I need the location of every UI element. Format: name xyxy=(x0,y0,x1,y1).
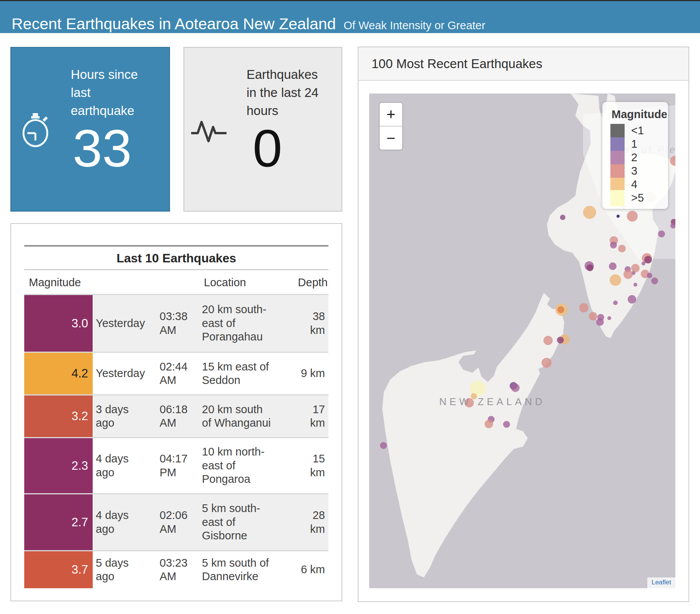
cell-date: Yesterday xyxy=(93,353,160,394)
legend-item: >5 xyxy=(610,191,668,205)
cell-depth: 17 km xyxy=(290,395,325,437)
quake-marker[interactable] xyxy=(610,242,617,249)
zoom-in-button[interactable]: + xyxy=(380,103,402,127)
cell-mag: 3.7 xyxy=(24,551,93,588)
cell-mag: 4.2 xyxy=(24,353,93,394)
quake-marker[interactable] xyxy=(380,442,387,449)
cell-depth: 9 km xyxy=(301,367,325,380)
quake-marker[interactable] xyxy=(557,306,564,313)
quake-marker[interactable] xyxy=(596,318,604,326)
legend-items: <11234>5 xyxy=(602,124,668,205)
quake-marker[interactable] xyxy=(587,264,593,271)
quake-marker[interactable] xyxy=(543,336,553,345)
cell-date: 3 days ago xyxy=(93,395,160,437)
quake-marker[interactable] xyxy=(631,264,640,272)
cell-time: 04:17 PM xyxy=(160,438,202,493)
cell-time: 04:17 PM xyxy=(160,452,197,479)
recent-earthquakes-map-panel: 100 Most Recent Earthquakes Bay of Plent… xyxy=(358,47,689,602)
quake-marker[interactable] xyxy=(609,262,617,270)
earthquake-row: 4.2Yesterday02:44 AM15 km east of Seddon… xyxy=(24,352,328,394)
legend-swatch xyxy=(610,164,625,178)
legend-swatch xyxy=(610,151,625,164)
quake-marker[interactable] xyxy=(503,421,510,428)
cell-depth: 6 km xyxy=(301,563,325,576)
quake-marker[interactable] xyxy=(542,358,552,368)
quake-marker[interactable] xyxy=(644,256,652,264)
legend-item: 4 xyxy=(610,178,668,191)
quake-marker[interactable] xyxy=(658,230,665,237)
quake-marker[interactable] xyxy=(579,303,588,312)
cell-time: 03:23 AM xyxy=(160,556,197,584)
page-subtitle: Of Weak Intensity or Greater xyxy=(343,19,485,32)
earthquake-row: 3.75 days ago03:23 AM5 km south of Danne… xyxy=(24,550,328,588)
cell-depth: 28 km xyxy=(290,494,325,550)
legend-item: <1 xyxy=(610,124,668,137)
legend-title: Magnitude xyxy=(612,108,668,121)
cell-loc: 5 km south of Dannevirke xyxy=(202,556,272,584)
legend-swatch xyxy=(610,137,625,151)
seismic-pulse-icon xyxy=(191,119,227,145)
magnitude-legend: Magnitude <11234>5 xyxy=(602,102,668,209)
quake-marker[interactable] xyxy=(560,215,565,220)
cell-depth: 17 km xyxy=(299,403,325,430)
leaflet-link[interactable]: Leaflet xyxy=(652,579,671,586)
cell-date: Yesterday xyxy=(96,367,145,380)
legend-label: 3 xyxy=(631,165,637,177)
quake-marker[interactable] xyxy=(651,277,658,284)
quake-marker[interactable] xyxy=(618,245,626,252)
table-header-row: Magnitude Location Depth xyxy=(24,270,328,294)
quake-marker[interactable] xyxy=(642,262,645,265)
last-24h-label: Earthquakes in the last 24 hours xyxy=(247,65,329,120)
map-attribution: Leaflet xyxy=(647,577,675,588)
table-title: Last 10 Earthquakes xyxy=(24,251,328,265)
earthquake-row: 3.0Yesterday03:38 AM20 km south-east of … xyxy=(24,294,328,352)
quake-marker[interactable] xyxy=(485,420,493,428)
quake-marker[interactable] xyxy=(511,384,520,392)
quake-marker[interactable] xyxy=(623,270,633,279)
cell-time: 03:38 AM xyxy=(160,295,202,352)
last-24h-value: 0 xyxy=(253,122,282,175)
cell-depth: 9 km xyxy=(290,353,325,394)
quake-marker[interactable] xyxy=(617,215,620,218)
cell-depth: 38 km xyxy=(290,295,325,352)
earthquake-dashboard: Recent Earthquakes in Aotearoa New Zeala… xyxy=(0,0,700,614)
cell-mag: 3.7 xyxy=(72,562,88,577)
cell-loc: 15 km east of Seddon xyxy=(202,360,272,387)
cell-time: 06:18 AM xyxy=(160,403,197,430)
cell-date: 4 days ago xyxy=(96,452,144,479)
quake-marker[interactable] xyxy=(628,295,636,304)
map-panel-title: 100 Most Recent Earthquakes xyxy=(372,57,542,71)
quake-marker[interactable] xyxy=(647,273,652,278)
quake-marker[interactable] xyxy=(610,274,621,286)
cell-time: 02:06 AM xyxy=(160,494,202,550)
cell-time: 02:06 AM xyxy=(160,509,197,536)
quake-marker[interactable] xyxy=(627,211,638,222)
cell-loc: 5 km south-east of Gisborne xyxy=(202,502,272,542)
cell-mag: 2.7 xyxy=(72,515,88,530)
cell-loc: 15 km east of Seddon xyxy=(202,353,290,394)
page-title: Recent Earthquakes in Aotearoa New Zeala… xyxy=(12,8,336,40)
cell-time: 06:18 AM xyxy=(160,395,202,437)
quake-marker[interactable] xyxy=(613,300,618,305)
quake-marker[interactable] xyxy=(557,337,564,344)
legend-label: 4 xyxy=(631,178,637,191)
quake-marker[interactable] xyxy=(633,283,637,287)
cell-date: 5 days ago xyxy=(96,556,144,584)
quake-marker[interactable] xyxy=(589,312,597,320)
cell-depth: 38 km xyxy=(299,310,325,337)
quake-marker[interactable] xyxy=(583,206,596,219)
app-header: Recent Earthquakes in Aotearoa New Zeala… xyxy=(0,1,700,33)
leaflet-map[interactable]: Bay of Plenty NEW ZEALAND + − Magnitude … xyxy=(369,93,675,588)
cell-loc: 20 km south of Whanganui xyxy=(202,395,290,437)
zoom-out-button[interactable]: − xyxy=(380,127,402,150)
legend-swatch xyxy=(610,190,625,206)
quake-marker[interactable] xyxy=(607,316,611,320)
earthquake-row: 2.34 days ago04:17 PM10 km north-east of… xyxy=(24,437,328,493)
cell-loc: 10 km north-east of Pongaroa xyxy=(202,445,272,486)
cell-time: 02:44 AM xyxy=(160,360,197,387)
map-zoom-control: + − xyxy=(379,102,403,150)
cell-depth: 15 km xyxy=(299,452,325,479)
column-header-magnitude: Magnitude xyxy=(29,276,81,289)
map-label-new-zealand: NEW ZEALAND xyxy=(439,396,545,408)
earthquake-row: 2.74 days ago02:06 AM5 km south-east of … xyxy=(24,493,328,550)
